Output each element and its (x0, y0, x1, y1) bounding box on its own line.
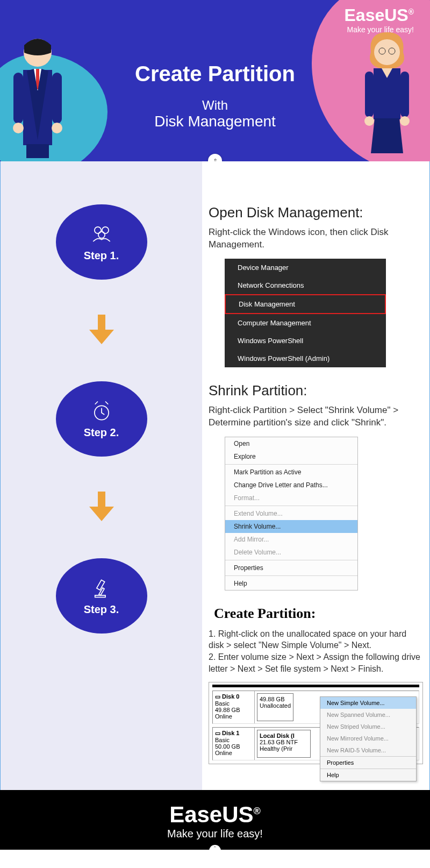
step-3-content: Create Partition: 1. Right-click on the … (209, 606, 423, 764)
disk-1-type: Basic (215, 737, 230, 743)
disk-top-bar (212, 685, 419, 687)
step-3-badge: Step 3. (56, 558, 147, 634)
disk-1-header: ▭ Disk 1 Basic 50.00 GB Online (213, 728, 255, 760)
local-size: 21.63 GB NTF (260, 739, 298, 745)
step-3-item-1: 1. Right-click on the unallocated space … (209, 628, 423, 651)
registered-icon: ® (408, 8, 414, 16)
local-name: Local Disk (I (260, 732, 295, 739)
volume-help[interactable]: Help (320, 769, 416, 781)
step-2-label: Step 2. (84, 426, 119, 439)
clock-icon (90, 400, 113, 422)
step-1-label: Step 1. (84, 250, 119, 262)
svg-point-20 (94, 226, 101, 233)
registered-icon: ® (254, 806, 261, 816)
svg-point-10 (374, 39, 400, 65)
step-3-label: Step 3. (84, 603, 119, 616)
local-health: Healthy (Prir (260, 745, 292, 752)
ctx-extend: Extend Volume... (225, 507, 357, 520)
ctx-explore[interactable]: Explore (225, 450, 357, 463)
header-title-block: Create Partition With Disk Management (0, 62, 430, 130)
ctx-mark-active[interactable]: Mark Partition as Active (225, 466, 357, 479)
ctx-change-letter[interactable]: Change Drive Letter and Paths... (225, 479, 357, 492)
step-1-badge: Step 1. (56, 204, 147, 280)
step-3-list: 1. Right-click on the unallocated space … (209, 628, 423, 674)
disk-1-name: Disk 1 (222, 730, 239, 736)
disk-1-size: 50.00 GB (215, 743, 240, 750)
chevron-up-icon[interactable]: ⌃ (209, 845, 221, 850)
arrow-down-icon (88, 492, 115, 523)
unalloc-label: Unallocated (260, 702, 291, 709)
menu-network-connections[interactable]: Network Connections (225, 276, 386, 294)
ctx-delete: Delete Volume... (225, 546, 357, 559)
step-2-title: Shrink Partition: (209, 382, 423, 399)
local-disk-volume[interactable]: Local Disk (I 21.63 GB NTF Healthy (Prir (257, 730, 311, 758)
main-content: Step 1. Step 2. Step 3. Open Disk Manage… (0, 161, 430, 790)
expand-collapse-icon[interactable]: ⇕ (208, 154, 222, 161)
menu-computer-management[interactable]: Computer Management (225, 314, 386, 332)
footer-tagline: Make your life easy! (0, 828, 430, 840)
footer: EaseUS® Make your life easy! ⌃ (0, 790, 430, 850)
step-2-badge: Step 2. (56, 381, 147, 457)
ctx-help[interactable]: Help (225, 577, 357, 590)
step-1-content: Open Disk Management: Right-click the Wi… (209, 204, 423, 367)
arrow-down-icon (88, 315, 115, 346)
ctx-mirror: Add Mirror... (225, 533, 357, 546)
svg-point-22 (98, 231, 104, 238)
step-2-content: Shrink Partition: Right-click Partition … (209, 382, 423, 590)
disk-management-panel: ▭ Disk 0 Basic 49.88 GB Online 49.88 GB … (209, 682, 423, 764)
brand-name: EaseUS (344, 5, 408, 25)
steps-column: Step 1. Step 2. Step 3. (1, 161, 202, 790)
disk-1-row: ▭ Disk 1 Basic 50.00 GB Online Local Dis… (212, 727, 419, 760)
group-icon (90, 223, 113, 245)
instructions-column: Open Disk Management: Right-click the Wi… (202, 161, 429, 790)
menu-disk-management[interactable]: Disk Management (225, 294, 386, 314)
menu-powershell[interactable]: Windows PowerShell (225, 332, 386, 350)
step-3-title: Create Partition: (214, 606, 423, 622)
volume-context-menu: Open Explore Mark Partition as Active Ch… (225, 437, 358, 590)
footer-brand: EaseUS (169, 802, 253, 827)
unallocated-volume[interactable]: 49.88 GB Unallocated (257, 693, 293, 721)
disk-0-row: ▭ Disk 0 Basic 49.88 GB Online 49.88 GB … (212, 691, 419, 724)
page-title: Create Partition (0, 62, 430, 86)
windows-context-menu: Device Manager Network Connections Disk … (225, 259, 386, 367)
hero-header: EaseUS® Make your life easy! Create Part… (0, 0, 430, 161)
gavel-icon (90, 577, 113, 599)
disk-0-type: Basic (215, 700, 230, 707)
disk-1-status: Online (215, 750, 232, 756)
step-3-item-2: 2. Enter volume size > Next > Assign the… (209, 651, 423, 674)
new-spanned-volume: New Spanned Volume... (320, 709, 416, 721)
new-simple-volume[interactable]: New Simple Volume... (320, 697, 416, 709)
menu-powershell-admin[interactable]: Windows PowerShell (Admin) (225, 350, 386, 367)
subtitle-2: Disk Management (0, 113, 430, 130)
step-2-desc: Right-click Partition > Select "Shrink V… (209, 404, 423, 429)
ctx-shrink[interactable]: Shrink Volume... (225, 520, 357, 533)
menu-device-manager[interactable]: Device Manager (225, 259, 386, 276)
disk-0-status: Online (215, 713, 232, 720)
ctx-properties[interactable]: Properties (225, 561, 357, 574)
step-1-title: Open Disk Management: (209, 204, 423, 221)
subtitle-1: With (0, 98, 430, 113)
svg-rect-9 (26, 144, 49, 158)
ctx-format: Format... (225, 492, 357, 504)
svg-point-21 (102, 226, 108, 233)
svg-rect-25 (98, 588, 104, 595)
svg-rect-26 (95, 595, 105, 597)
unalloc-size: 49.88 GB (260, 696, 284, 702)
disk-0-size: 49.88 GB (215, 707, 240, 713)
disk-0-name: Disk 0 (222, 693, 239, 700)
disk-0-header: ▭ Disk 0 Basic 49.88 GB Online (213, 691, 255, 723)
ctx-open[interactable]: Open (225, 437, 357, 450)
step-1-desc: Right-click the Windows icon, then click… (209, 226, 423, 251)
